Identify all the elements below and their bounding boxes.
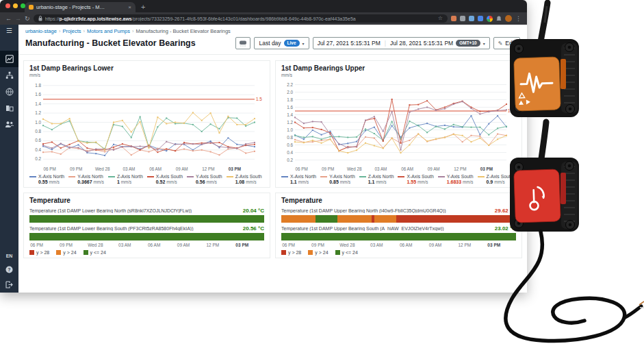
- time-range-select[interactable]: Last day Live ▾: [254, 37, 309, 49]
- svg-text:Wed 28: Wed 28: [347, 166, 362, 171]
- legend-item[interactable]: Z-Axis South0.9 mm/s: [478, 174, 513, 184]
- status-bar[interactable]: [281, 233, 516, 240]
- browser-menu-icon[interactable]: ⋮: [515, 16, 521, 22]
- extension-icon-3[interactable]: [469, 16, 474, 21]
- extension-icon-2[interactable]: [460, 16, 465, 21]
- threshold-legend-item[interactable]: y > 24: [56, 250, 76, 255]
- svg-text:06 PM: 06 PM: [43, 166, 55, 171]
- threshold-legend-item[interactable]: y <= 24: [335, 250, 358, 255]
- legend-item[interactable]: X-Axis North0.55 mm/s: [29, 174, 64, 184]
- threshold-legend-item[interactable]: y > 28: [281, 250, 301, 255]
- language-selector[interactable]: EN: [6, 254, 13, 258]
- legend-item[interactable]: Y-Axis South1.6833 mm/s: [438, 174, 474, 184]
- sign-out-icon[interactable]: [5, 281, 13, 288]
- svg-text:1.5: 1.5: [256, 97, 262, 101]
- status-segment[interactable]: [281, 233, 516, 240]
- status-bar[interactable]: [29, 215, 264, 223]
- legend-item[interactable]: Z-Axis South1.08 mm/s: [227, 174, 262, 184]
- wire-end: [639, 301, 644, 305]
- minimize-window-icon[interactable]: [13, 3, 18, 8]
- svg-text:09 AM: 09 AM: [428, 166, 440, 171]
- legend-item[interactable]: Y-Axis North0.85 mm/s: [320, 174, 355, 184]
- forward-icon[interactable]: →: [15, 16, 21, 22]
- series-value: 0.52 mm/s: [147, 180, 183, 184]
- extension-icon-1[interactable]: [451, 16, 456, 21]
- sidebar-item-portal[interactable]: [0, 84, 18, 100]
- threshold-legend-item[interactable]: y <= 24: [83, 250, 106, 255]
- line-chart[interactable]: 0.20.40.60.81.01.21.41.61.82.02.206 PM09…: [281, 77, 517, 172]
- status-segment[interactable]: [374, 215, 396, 223]
- legend-item[interactable]: Z-Axis North1.1 mm/s: [359, 174, 394, 184]
- series-color-dash: [187, 176, 194, 177]
- threshold-legend-item[interactable]: y > 24: [308, 250, 328, 255]
- status-segment[interactable]: [337, 215, 372, 223]
- zoom-range-button[interactable]: [235, 37, 250, 49]
- legend-item[interactable]: Y-Axis South0.56 mm/s: [187, 174, 222, 184]
- new-tab-button[interactable]: +: [141, 2, 145, 12]
- browser-tab[interactable]: urbanio-stage - Projects - M… ×: [25, 2, 136, 12]
- svg-text:09 AM: 09 AM: [176, 166, 188, 171]
- date-range-picker[interactable]: Jul 27, 2021 5:15:31 PM | Jul 28, 2021 5…: [313, 37, 490, 49]
- legend-item[interactable]: X-Axis North1.1 mm/s: [281, 174, 316, 184]
- temperature-widget-lower: Temperature Temperature (1st DAMP Lower …: [23, 193, 270, 258]
- help-icon[interactable]: ?: [5, 266, 13, 273]
- edit-button[interactable]: ✎ Edit: [493, 37, 520, 49]
- svg-text:1.8: 1.8: [35, 83, 41, 88]
- bookmark-star-icon[interactable]: ☆: [438, 16, 443, 21]
- status-segment[interactable]: [396, 215, 516, 223]
- series-unit: mm/s: [417, 180, 428, 184]
- series-unit: mm/s: [340, 180, 350, 184]
- status-segment[interactable]: [281, 215, 315, 223]
- series-color-dash: [398, 176, 404, 177]
- widget-title: 1st Damp Bearings Lower: [29, 64, 264, 72]
- legend-item[interactable]: X-Axis South1.55 mm/s: [398, 174, 433, 184]
- sidebar-item-users[interactable]: [0, 116, 18, 132]
- chevron-down-icon: ▾: [302, 41, 305, 46]
- notifications-bell-icon[interactable]: [496, 16, 502, 22]
- line-chart[interactable]: 0.20.40.60.81.01.21.41.61.806 PM09 PMWed…: [29, 77, 265, 172]
- status-segment[interactable]: [315, 215, 338, 223]
- temperature-widget-upper: Temperature Temperature (1st DAMP Upper …: [275, 193, 522, 258]
- status-bar[interactable]: [29, 233, 264, 240]
- profile-avatar[interactable]: [505, 15, 512, 22]
- series-name: Y-Axis South: [447, 174, 474, 179]
- series-color-dash: [227, 176, 233, 177]
- close-window-icon[interactable]: [5, 3, 10, 8]
- legend-item[interactable]: Z-Axis North1 mm/s: [108, 174, 143, 184]
- extension-icon-5[interactable]: [487, 16, 493, 22]
- maximize-window-icon[interactable]: [21, 3, 25, 8]
- svg-text:2.0: 2.0: [287, 90, 293, 95]
- breadcrumb-projects[interactable]: Projects: [62, 28, 81, 34]
- status-segment[interactable]: [29, 233, 264, 240]
- building-icon: [5, 104, 14, 112]
- sitewise-app: ☰: [0, 25, 527, 293]
- widget-title: Temperature: [29, 197, 264, 204]
- svg-text:09 PM: 09 PM: [70, 166, 82, 171]
- series-value: 0.9 mm/s: [478, 180, 513, 184]
- hamburger-menu-icon[interactable]: ☰: [6, 27, 12, 34]
- series-value: 1.6833 mm/s: [438, 180, 474, 184]
- legend-color-square: [56, 250, 61, 255]
- sidebar-item-assets[interactable]: [0, 100, 18, 116]
- status-bar[interactable]: [281, 215, 516, 223]
- sidebar-item-dashboards[interactable]: [0, 51, 18, 67]
- breadcrumb-portal[interactable]: urbanio-stage: [25, 28, 57, 34]
- address-bar[interactable]: https://p-qjkdrz9dz.app.iotsitewise.aws/…: [34, 14, 448, 23]
- back-icon[interactable]: ←: [5, 16, 12, 22]
- axis-tick: 06 AM: [148, 243, 160, 247]
- series-value: 0.55 mm/s: [29, 180, 64, 184]
- sidebar-item-hierarchy[interactable]: [0, 67, 18, 84]
- axis-tick: Wed 28: [339, 243, 355, 247]
- legend-item[interactable]: X-Axis South0.52 mm/s: [147, 174, 183, 184]
- status-segment[interactable]: [29, 215, 264, 223]
- threshold-legend-item[interactable]: y > 28: [29, 250, 49, 255]
- time-range-icon: [239, 40, 247, 47]
- series-name: Y-Axis South: [196, 174, 222, 179]
- series-color-dash: [478, 176, 485, 177]
- legend-item[interactable]: Y-Axis North0.3667 mm/s: [68, 174, 104, 184]
- extension-icon-4[interactable]: [478, 16, 483, 21]
- breadcrumb-project[interactable]: Motors and Pumps: [87, 28, 130, 34]
- svg-text:0.4: 0.4: [287, 150, 293, 155]
- tab-close-icon[interactable]: ×: [128, 5, 131, 10]
- refresh-icon[interactable]: ↻: [25, 16, 30, 22]
